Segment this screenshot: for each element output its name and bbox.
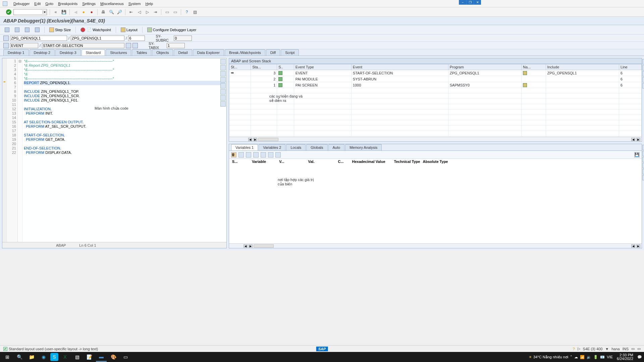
var-save-icon[interactable]: 💾 bbox=[634, 152, 640, 158]
var-side-1[interactable] bbox=[642, 145, 644, 150]
sy-subrc-field[interactable] bbox=[174, 36, 192, 41]
stack-row[interactable]: 1PAI SCREEN1000SAPMSSY06 bbox=[229, 82, 642, 88]
first-page-icon[interactable]: ⇤ bbox=[128, 9, 134, 15]
tray-cloud-icon[interactable]: ☁ bbox=[574, 355, 578, 359]
side-icon-5[interactable] bbox=[220, 83, 226, 88]
menu-edit[interactable]: Edit bbox=[34, 2, 41, 6]
last-page-icon[interactable]: ⇥ bbox=[152, 9, 158, 15]
var-tb-7[interactable] bbox=[275, 152, 281, 158]
stack-side-2[interactable] bbox=[642, 65, 644, 70]
code-line-15[interactable]: AT SELECTION-SCREEN OUTPUT. bbox=[24, 120, 225, 124]
var-col-HexadecimalValue[interactable]: Hexadecimal Value bbox=[345, 160, 392, 164]
var-tb-5[interactable] bbox=[261, 152, 266, 158]
configure-layer-button[interactable]: Configure Debugger Layer bbox=[146, 27, 198, 33]
event-name-field[interactable] bbox=[42, 43, 124, 48]
paint-icon[interactable]: 🎨 bbox=[108, 352, 119, 362]
app-icon-3[interactable]: ▭ bbox=[120, 352, 131, 362]
code-line-19[interactable]: PERFORM GET_DATA. bbox=[24, 137, 225, 142]
var-tab-variables-1[interactable]: Variables 1 bbox=[231, 144, 258, 150]
sap-gui-icon[interactable]: ▬ bbox=[96, 352, 107, 362]
tray-power-icon[interactable]: 🔋 bbox=[593, 355, 598, 359]
program-field-2[interactable] bbox=[71, 36, 124, 41]
status-help-icon[interactable]: ? bbox=[573, 347, 575, 351]
var-col-V[interactable]: V... bbox=[278, 160, 285, 164]
var-scroll-left[interactable]: ◀ bbox=[244, 244, 248, 248]
tab-desktop-1[interactable]: Desktop 1 bbox=[3, 49, 29, 56]
close-button[interactable]: ✕ bbox=[474, 0, 481, 5]
language-indicator[interactable]: VIE bbox=[607, 355, 613, 359]
side-icon-2[interactable] bbox=[220, 65, 226, 70]
code-line-21[interactable]: END-OF-SELECTION. bbox=[24, 146, 225, 150]
find-icon[interactable]: 🔍 bbox=[108, 9, 114, 15]
var-tab-variables-2[interactable]: Variables 2 bbox=[259, 144, 285, 150]
scroll-left-icon[interactable]: ◀ bbox=[248, 138, 252, 141]
var-side-2[interactable] bbox=[642, 151, 644, 156]
scroll-right2-icon[interactable]: ▶ bbox=[636, 138, 640, 141]
code-line-18[interactable]: START-OF-SELECTION. bbox=[24, 133, 225, 137]
side-icon-4[interactable] bbox=[220, 77, 226, 82]
tab-desktop-3[interactable]: Desktop 3 bbox=[55, 49, 81, 56]
code-line-13[interactable]: PERFORM INIT. bbox=[24, 111, 225, 116]
var-scroll-left2[interactable]: ◀ bbox=[631, 244, 635, 248]
var-side-3[interactable] bbox=[642, 157, 644, 162]
watchpoint-button[interactable]: 📄Watchpoint bbox=[79, 27, 112, 33]
app-icon-2[interactable]: 📝 bbox=[84, 352, 95, 362]
stack-side-5[interactable] bbox=[642, 83, 644, 88]
code-line-8[interactable]: INCLUDE ZIN_OPENSQL1_TOP. bbox=[24, 89, 225, 94]
stack-col-S[interactable]: S.. bbox=[277, 64, 294, 70]
code-line-17[interactable] bbox=[24, 129, 225, 133]
menu-help[interactable]: Help bbox=[145, 2, 153, 6]
line-field[interactable] bbox=[128, 36, 145, 41]
nav-back-icon[interactable]: ◀ bbox=[72, 9, 78, 15]
start-button[interactable]: ⊞ bbox=[2, 352, 13, 362]
menu-debugger[interactable]: Debugger bbox=[13, 2, 30, 6]
stack-row[interactable]: ➡3EVENTSTART-OF-SELECTIONZPG_OPENSQL1ZPG… bbox=[229, 70, 642, 76]
stack-side-3[interactable] bbox=[642, 71, 644, 76]
window2-icon[interactable]: ▭ bbox=[172, 9, 178, 15]
side-icon-8[interactable] bbox=[220, 101, 226, 107]
weather-widget[interactable]: ☀ 34°C Nắng nhiều nơi bbox=[529, 355, 568, 359]
code-line-10[interactable]: INCLUDE ZIN_OPENSQL1_F01. bbox=[24, 98, 225, 103]
side-icon-7[interactable] bbox=[220, 95, 226, 101]
var-tab-globals[interactable]: Globals bbox=[306, 144, 327, 150]
tab-detail[interactable]: Detail bbox=[174, 49, 192, 56]
event-nav-icon[interactable] bbox=[3, 43, 9, 48]
status-icon-1[interactable]: ▭ bbox=[631, 347, 635, 351]
tab-objects[interactable]: Objects bbox=[152, 49, 173, 56]
menu-miscellaneous[interactable]: Miscellaneous bbox=[100, 2, 124, 6]
code-line-3[interactable]: *&--------------------------------------… bbox=[24, 68, 225, 72]
cancel-icon[interactable]: ● bbox=[89, 9, 95, 15]
skype-icon[interactable]: S bbox=[50, 353, 58, 361]
edge-icon[interactable]: ◉ bbox=[38, 352, 49, 362]
var-col-TechnicalType[interactable]: Technical Type bbox=[393, 160, 421, 164]
maximize-button[interactable]: ❐ bbox=[466, 0, 474, 5]
tray-sound-icon[interactable]: 🔉 bbox=[587, 355, 591, 359]
menu-breakpoints[interactable]: Breakpoints bbox=[58, 2, 77, 6]
save-icon[interactable]: 💾 bbox=[61, 9, 67, 15]
var-col-Val[interactable]: Val. bbox=[286, 160, 336, 164]
stack-col-Event[interactable]: Event bbox=[351, 64, 448, 70]
ok-icon[interactable]: ✔ bbox=[6, 9, 11, 15]
var-tb-4[interactable] bbox=[253, 152, 259, 158]
tab-data-explorer[interactable]: Data Explorer bbox=[193, 49, 224, 56]
step-size-button[interactable]: Step Size bbox=[48, 27, 72, 33]
program-field-1[interactable] bbox=[10, 36, 67, 41]
tray-mail-icon[interactable]: 📧 bbox=[600, 355, 605, 359]
side-icon-6[interactable] bbox=[220, 89, 226, 95]
sy-tabix-field[interactable] bbox=[167, 43, 185, 48]
exit-icon[interactable]: ● bbox=[80, 9, 87, 15]
stack-col-Program[interactable]: Program bbox=[448, 64, 521, 70]
var-scroll-right[interactable]: ▶ bbox=[249, 244, 253, 248]
event-btn2-icon[interactable] bbox=[132, 43, 138, 48]
code-line-16[interactable]: PERFORM AT_SEL_SCR_OUTPUT. bbox=[24, 124, 225, 129]
code-line-5[interactable]: *&--------------------------------------… bbox=[24, 76, 225, 81]
code-line-7[interactable] bbox=[24, 85, 225, 89]
next-page-icon[interactable]: ▷ bbox=[144, 9, 150, 15]
stack-side-4[interactable] bbox=[642, 77, 644, 82]
var-tab-memory-analysis[interactable]: Memory Analysis bbox=[345, 144, 382, 150]
code-line-14[interactable] bbox=[24, 116, 225, 120]
code-line-2[interactable]: *& Report ZPG_OPENSQL1 bbox=[24, 63, 225, 68]
tab-script[interactable]: Script bbox=[281, 49, 299, 56]
var-tab-auto[interactable]: Auto bbox=[328, 144, 345, 150]
var-tb-6[interactable] bbox=[268, 152, 273, 158]
